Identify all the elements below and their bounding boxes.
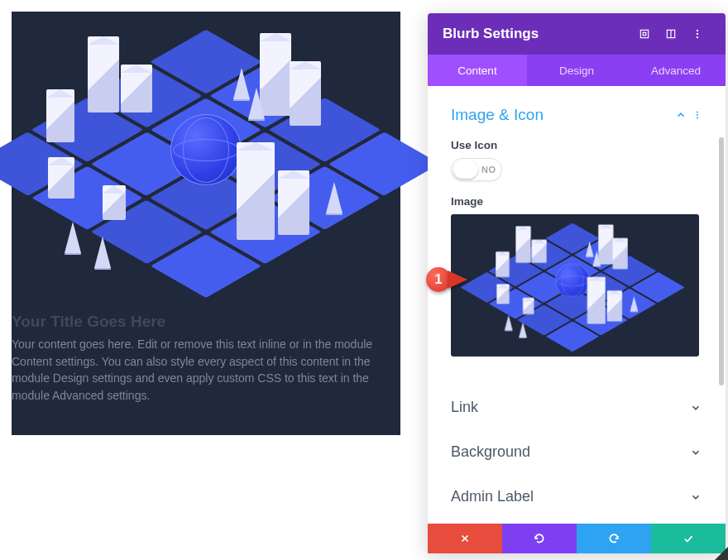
building-illustration <box>103 185 126 220</box>
panel-header: Blurb Settings <box>428 13 726 55</box>
settings-panel: Blurb Settings Content Design Advanced I… <box>428 13 726 553</box>
blurb-body[interactable]: Your content goes here. Edit or remove t… <box>12 336 400 404</box>
svg-point-9 <box>697 117 698 119</box>
building-illustration <box>46 89 74 142</box>
section-image-and-icon[interactable]: Image & Icon <box>451 98 704 132</box>
redo-button[interactable] <box>577 524 651 553</box>
section-title: Image & Icon <box>451 106 673 124</box>
tree-illustration <box>326 182 342 213</box>
undo-button[interactable] <box>502 524 577 553</box>
preview-canvas: Your Title Goes Here Your content goes h… <box>0 0 428 560</box>
callout-tail-icon <box>448 270 467 289</box>
action-bar <box>428 524 726 553</box>
chevron-down-icon <box>687 444 704 461</box>
svg-point-6 <box>697 36 698 38</box>
image-thumbnail <box>479 214 666 355</box>
toggle-knob <box>453 160 478 179</box>
scrollbar-thumb[interactable] <box>719 137 724 385</box>
section-title: Link <box>451 399 687 416</box>
svg-rect-0 <box>640 30 648 37</box>
tab-content[interactable]: Content <box>428 55 527 86</box>
close-button[interactable] <box>428 524 502 553</box>
chevron-down-icon <box>687 489 704 505</box>
section-admin-label[interactable]: Admin Label <box>451 474 704 519</box>
section-background[interactable]: Background <box>451 429 704 474</box>
building-illustration <box>237 142 275 240</box>
label-image: Image <box>451 195 704 208</box>
toggle-use-icon[interactable]: NO <box>451 158 502 181</box>
callout-marker: 1 <box>426 267 467 292</box>
building-illustration <box>121 65 152 112</box>
blurb-title[interactable]: Your Title Goes Here <box>12 313 400 331</box>
tree-illustration <box>248 88 265 119</box>
toggle-value: NO <box>481 165 496 175</box>
blurb-module[interactable]: Your Title Goes Here Your content goes h… <box>12 12 400 435</box>
chevron-up-icon <box>673 107 689 123</box>
building-illustration <box>48 157 74 199</box>
globe-illustration <box>170 114 242 185</box>
svg-point-8 <box>697 114 698 116</box>
label-use-icon: Use Icon <box>451 139 704 151</box>
tree-illustration <box>233 68 250 99</box>
section-options-icon[interactable] <box>691 107 704 123</box>
tab-advanced[interactable]: Advanced <box>626 55 726 86</box>
building-illustration <box>290 61 321 126</box>
kebab-icon[interactable] <box>684 21 711 47</box>
building-illustration <box>278 170 309 235</box>
scrollbar[interactable] <box>719 137 724 385</box>
svg-point-4 <box>697 30 698 31</box>
building-illustration <box>88 36 119 112</box>
section-title: Background <box>451 443 687 461</box>
panel-body: Image & Icon Use Icon NO Image <box>428 86 726 524</box>
svg-point-5 <box>697 33 698 35</box>
panel-title: Blurb Settings <box>443 26 631 42</box>
svg-point-7 <box>697 112 698 113</box>
section-title: Admin Label <box>451 488 687 505</box>
scroll-area[interactable]: Image & Icon Use Icon NO Image <box>428 86 717 524</box>
tabs: Content Design Advanced <box>428 55 726 86</box>
svg-rect-1 <box>643 32 646 36</box>
blurb-image <box>12 12 400 304</box>
save-button[interactable] <box>651 524 726 553</box>
chevron-down-icon <box>687 400 704 416</box>
tab-design[interactable]: Design <box>527 55 626 86</box>
expand-icon[interactable] <box>631 21 658 47</box>
tree-illustration <box>65 222 81 253</box>
tree-illustration <box>94 237 111 268</box>
section-link[interactable]: Link <box>451 385 704 429</box>
image-preview[interactable] <box>451 214 699 357</box>
columns-icon[interactable] <box>658 21 684 47</box>
